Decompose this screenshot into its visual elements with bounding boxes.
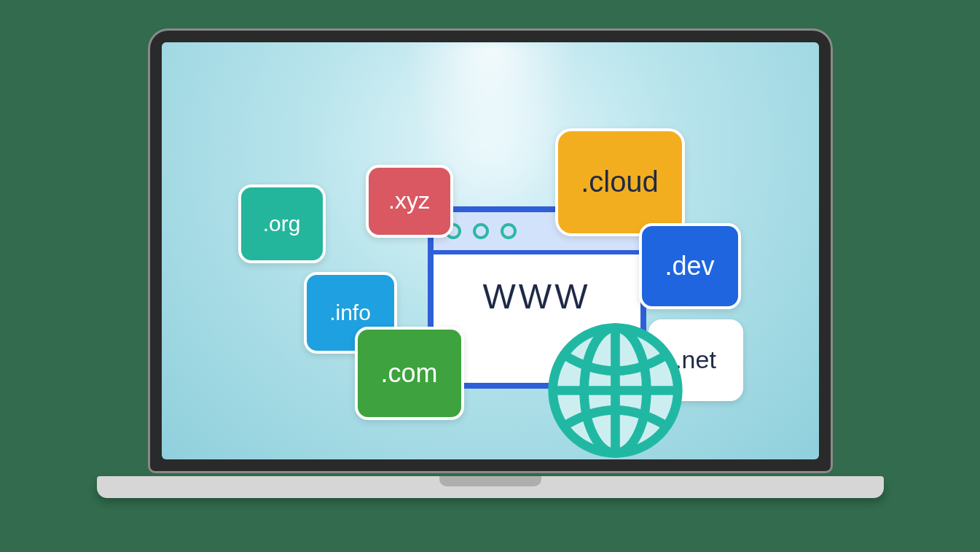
laptop-illustration: WWW .org .xyz .cloud .dev .info .net .co… bbox=[97, 28, 884, 524]
laptop-bezel: WWW .org .xyz .cloud .dev .info .net .co… bbox=[148, 28, 833, 473]
tld-badge-cloud: .cloud bbox=[555, 128, 685, 236]
www-label: WWW bbox=[434, 276, 640, 316]
tld-badge-dev: .dev bbox=[639, 223, 741, 309]
traffic-light-icon bbox=[473, 223, 489, 239]
laptop-base bbox=[97, 476, 884, 498]
tld-badge-xyz: .xyz bbox=[366, 165, 453, 238]
traffic-light-icon bbox=[501, 223, 517, 239]
laptop-screen: WWW .org .xyz .cloud .dev .info .net .co… bbox=[162, 42, 819, 459]
illustration-stage: WWW .org .xyz .cloud .dev .info .net .co… bbox=[162, 42, 819, 459]
tld-badge-com: .com bbox=[355, 327, 464, 420]
globe-icon bbox=[544, 319, 686, 459]
tld-badge-org: .org bbox=[238, 184, 326, 263]
laptop-notch bbox=[439, 476, 541, 486]
